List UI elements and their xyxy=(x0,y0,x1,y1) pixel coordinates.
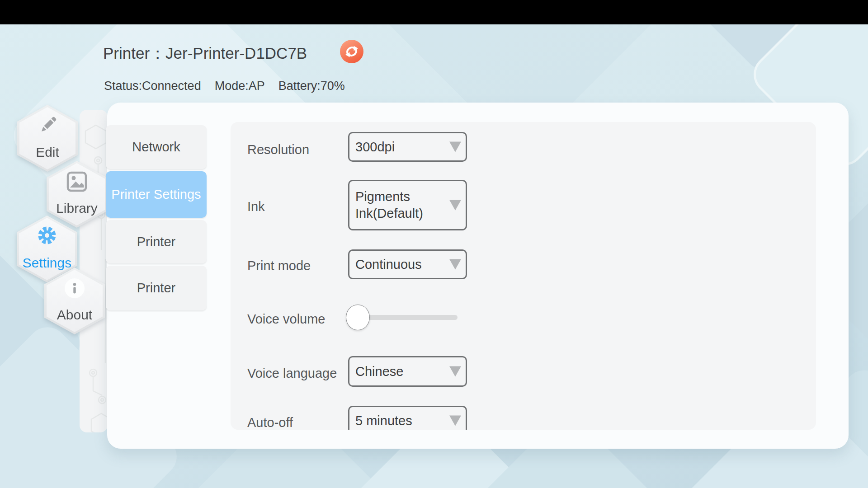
print-mode-dropdown[interactable]: Continuous xyxy=(348,249,467,279)
printer-status-bar: Status:Connected Mode:AP Battery:70% xyxy=(104,79,345,93)
mode-text: Mode:AP xyxy=(215,79,265,93)
settings-nav: Network Printer Settings Printer Printer xyxy=(106,125,207,310)
resolution-label: Resolution xyxy=(247,142,309,157)
auto-off-label: Auto-off xyxy=(247,415,293,430)
sidebar-item-label: Library xyxy=(56,201,98,216)
chevron-down-icon xyxy=(449,416,461,426)
resolution-value: 300dpi xyxy=(349,139,415,155)
voice-language-dropdown[interactable]: Chinese xyxy=(348,356,467,387)
image-icon xyxy=(66,171,88,194)
sidebar-item-about[interactable]: About xyxy=(44,267,105,334)
tab-printer-2[interactable]: Printer xyxy=(106,266,207,310)
voice-volume-label: Voice volume xyxy=(247,311,326,327)
tab-network[interactable]: Network xyxy=(106,125,207,169)
ink-value: Pigments Ink(Default) xyxy=(349,188,466,222)
battery-text: Battery:70% xyxy=(278,79,345,93)
printer-settings-panel: Resolution 300dpi Ink Pigments Ink(Defau… xyxy=(231,122,816,430)
auto-off-value: 5 minutes xyxy=(349,413,432,429)
gear-icon xyxy=(37,225,57,247)
status-text: Status:Connected xyxy=(104,79,201,93)
auto-off-dropdown[interactable]: 5 minutes xyxy=(348,406,467,430)
voice-volume-slider-track[interactable] xyxy=(357,315,458,320)
tab-printer-settings[interactable]: Printer Settings xyxy=(106,171,207,218)
chevron-down-icon xyxy=(449,259,461,270)
print-mode-value: Continuous xyxy=(349,256,442,273)
resolution-dropdown[interactable]: 300dpi xyxy=(348,132,467,162)
voice-language-value: Chinese xyxy=(349,363,423,380)
chevron-down-icon xyxy=(449,366,461,377)
chevron-down-icon xyxy=(449,142,461,152)
printer-title: Printer：Jer-Printer-D1DC7B xyxy=(103,43,307,63)
top-black-bar xyxy=(0,0,868,24)
sidebar-item-label: About xyxy=(57,307,92,323)
ink-label: Ink xyxy=(247,199,265,214)
pencil-icon xyxy=(37,115,58,137)
tab-printer[interactable]: Printer xyxy=(106,220,207,263)
voice-language-label: Voice language xyxy=(247,366,337,381)
info-icon xyxy=(64,277,85,301)
refresh-icon xyxy=(340,57,363,65)
app-window: Printer：Jer-Printer-D1DC7B xyxy=(0,0,868,488)
print-mode-label: Print mode xyxy=(247,258,311,273)
refresh-button[interactable] xyxy=(340,40,363,63)
voice-volume-slider-thumb[interactable] xyxy=(346,305,370,330)
chevron-down-icon xyxy=(449,200,461,211)
ink-dropdown[interactable]: Pigments Ink(Default) xyxy=(348,180,467,230)
sidebar-item-label: Edit xyxy=(36,145,59,160)
